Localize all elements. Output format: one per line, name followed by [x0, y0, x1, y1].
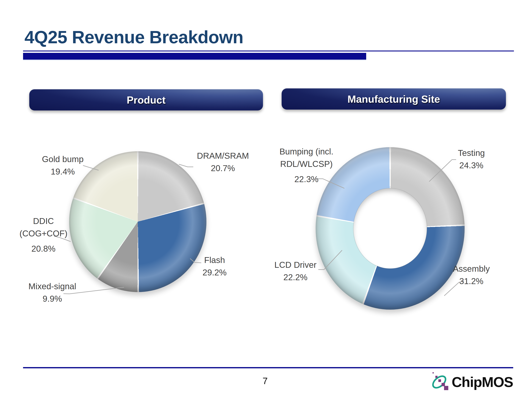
callout-assembly: Assembly 31.2% [436, 263, 507, 287]
callout-bumping-line1: Bumping (incl. [271, 146, 342, 158]
chipmos-logo-square-icon [432, 372, 434, 374]
chipmos-logo-square-icon [444, 386, 448, 390]
product-banner-label: Product [127, 94, 165, 106]
title-rule-thin [23, 51, 514, 51]
callout-lcd-driver-name: LCD Driver [260, 259, 331, 271]
chipmos-logo-square-icon [435, 376, 437, 378]
callout-bumping: Bumping (incl. RDL/WLCSP) 22.3% [271, 146, 342, 185]
manufacturing-site-banner-label: Manufacturing Site [347, 93, 440, 105]
slide: 4Q25 Revenue Breakdown Product Manufactu… [0, 0, 532, 399]
chipmos-logo-square-icon [438, 379, 441, 382]
page-number: 7 [252, 376, 279, 386]
callout-gold-bump-pct: 19.4% [27, 165, 98, 178]
chipmos-logo: ChipMOS [425, 370, 517, 395]
callout-mixed-signal-pct: 9.9% [17, 293, 88, 305]
product-banner: Product [29, 89, 263, 110]
callout-dram-sram: DRAM/SRAM 20.7% [187, 150, 258, 175]
title-rule-thick [23, 53, 366, 60]
callout-lcd-driver: LCD Driver 22.2% [260, 259, 331, 284]
callout-flash: Flash 29.2% [179, 254, 250, 279]
callout-testing-pct: 24.3% [436, 159, 507, 172]
donut-hole [354, 188, 427, 268]
callout-assembly-name: Assembly [436, 263, 507, 275]
callout-gold-bump: Gold bump 19.4% [27, 153, 98, 178]
callout-gold-bump-name: Gold bump [27, 153, 98, 165]
page-title: 4Q25 Revenue Breakdown [25, 27, 243, 47]
callout-bumping-line2: RDL/WLCSP) [271, 158, 342, 170]
callout-testing-name: Testing [436, 147, 507, 159]
callout-ddic-line2: (COG+COF) [8, 227, 79, 240]
callout-bumping-pct: 22.3% [271, 173, 342, 185]
chipmos-logo-text: ChipMOS [452, 374, 513, 390]
callout-lcd-driver-pct: 22.2% [260, 271, 331, 284]
callout-flash-name: Flash [179, 254, 250, 266]
callout-mixed-signal-name: Mixed-signal [17, 280, 88, 293]
callout-dram-sram-pct: 20.7% [187, 162, 258, 175]
callout-mixed-signal: Mixed-signal 9.9% [17, 280, 88, 305]
callout-assembly-pct: 31.2% [436, 275, 507, 287]
callout-flash-pct: 29.2% [179, 266, 250, 279]
footer-rule [23, 367, 513, 368]
callout-ddic: DDIC (COG+COF) 20.8% [8, 215, 79, 255]
callout-dram-sram-name: DRAM/SRAM [187, 150, 258, 162]
manufacturing-site-banner: Manufacturing Site [282, 88, 506, 110]
callout-ddic-pct: 20.8% [8, 243, 79, 255]
callout-testing: Testing 24.3% [436, 147, 507, 172]
callout-ddic-line1: DDIC [8, 215, 79, 227]
